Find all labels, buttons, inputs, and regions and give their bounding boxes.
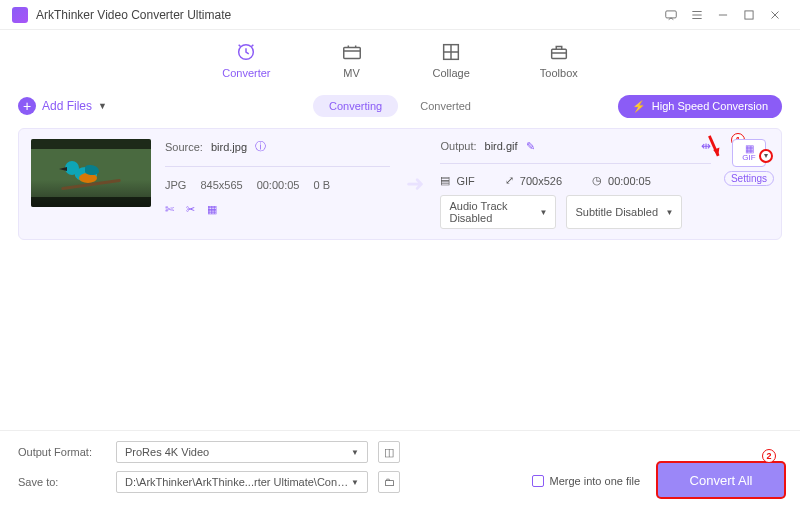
maximize-button[interactable] — [736, 2, 762, 28]
source-format: JPG — [165, 179, 186, 191]
tab-label: Toolbox — [540, 67, 578, 79]
chevron-down-icon: ▼ — [666, 208, 674, 217]
output-resolution: 700x526 — [520, 175, 562, 187]
chevron-down-icon: ▼ — [351, 448, 359, 457]
output-format: GIF — [456, 175, 474, 187]
plus-icon: + — [18, 97, 36, 115]
open-folder-icon[interactable]: 🗀 — [378, 471, 400, 493]
output-duration: 00:00:05 — [608, 175, 651, 187]
subtitle-select-value: Subtitle Disabled — [575, 206, 658, 218]
settings-button[interactable]: Settings — [724, 171, 774, 186]
arrow-icon: ➜ — [406, 171, 424, 197]
subtitle-select[interactable]: Subtitle Disabled▼ — [566, 195, 682, 229]
tab-converter[interactable]: Converter — [222, 41, 270, 79]
save-to-select[interactable]: D:\ArkThinker\ArkThinke...rter Ultimate\… — [116, 471, 368, 493]
close-button[interactable] — [762, 2, 788, 28]
titlebar: ArkThinker Video Converter Ultimate — [0, 0, 800, 30]
feedback-icon[interactable] — [658, 2, 684, 28]
format-badge-label: GIF — [742, 154, 755, 162]
app-window: ArkThinker Video Converter Ultimate Conv… — [0, 0, 800, 507]
output-column: Output: bird.gif ✎ ⇹ ▤GIF ⤢700x526 ◷00:0… — [440, 139, 711, 229]
expand-icon: ⤢ — [505, 174, 514, 187]
cut-icon[interactable]: ✂ — [186, 203, 195, 216]
output-format-select[interactable]: ProRes 4K Video ▼ — [116, 441, 368, 463]
film-icon: ▤ — [440, 174, 450, 187]
file-list: Source: bird.jpg ⓘ JPG 845x565 00:00:05 … — [0, 122, 800, 430]
mv-icon — [341, 41, 363, 63]
divider — [440, 163, 711, 164]
chevron-down-icon: ▼ — [98, 101, 107, 111]
tab-label: Converter — [222, 67, 270, 79]
audio-track-select[interactable]: Audio Track Disabled▼ — [440, 195, 556, 229]
chevron-down-icon: ▼ — [351, 478, 359, 487]
app-icon — [12, 7, 28, 23]
main-tabs: Converter MV Collage Toolbox — [0, 30, 800, 90]
file-item: Source: bird.jpg ⓘ JPG 845x565 00:00:05 … — [18, 128, 782, 240]
info-icon[interactable]: ⓘ — [255, 139, 266, 154]
edit-name-icon[interactable]: ✎ — [526, 140, 535, 153]
toolbox-icon — [548, 41, 570, 63]
audio-select-value: Audio Track Disabled — [449, 200, 539, 224]
tab-toolbox[interactable]: Toolbox — [540, 41, 578, 79]
source-duration: 00:00:05 — [257, 179, 300, 191]
add-files-button[interactable]: + Add Files ▼ — [18, 97, 107, 115]
high-speed-conversion-button[interactable]: ⚡ High Speed Conversion — [618, 95, 782, 118]
source-filename: bird.jpg — [211, 141, 247, 153]
annotation-badge-2: 2 — [762, 449, 776, 463]
lightning-icon: ⚡ — [632, 100, 646, 113]
edit-tools: ✄ ✂ ▦ — [165, 203, 390, 216]
footer: Output Format: ProRes 4K Video ▼ ◫ Save … — [0, 430, 800, 507]
svg-rect-3 — [343, 47, 360, 58]
tab-label: Collage — [433, 67, 470, 79]
output-format-value: ProRes 4K Video — [125, 446, 209, 458]
chevron-down-icon: ▼ — [540, 208, 548, 217]
format-box: 1 ▦ GIF ▾ Settings — [729, 139, 769, 229]
subtab-converting[interactable]: Converting — [313, 95, 398, 117]
source-size: 0 B — [313, 179, 330, 191]
subtab-converted[interactable]: Converted — [404, 95, 487, 117]
svg-rect-1 — [745, 10, 753, 18]
source-resolution: 845x565 — [200, 179, 242, 191]
menu-icon[interactable] — [684, 2, 710, 28]
source-column: Source: bird.jpg ⓘ JPG 845x565 00:00:05 … — [165, 139, 390, 229]
thumbnail[interactable] — [31, 139, 151, 207]
apply-all-icon[interactable]: ◫ — [378, 441, 400, 463]
output-format-label: Output Format: — [18, 446, 106, 458]
output-label: Output: — [440, 140, 476, 152]
merge-checkbox[interactable]: Merge into one file — [532, 475, 641, 487]
output-meta: ▤GIF ⤢700x526 ◷00:00:05 — [440, 174, 711, 187]
format-dropdown-icon[interactable]: ▾ — [759, 149, 773, 163]
clock-icon: ◷ — [592, 174, 602, 187]
collage-icon — [440, 41, 462, 63]
source-meta: JPG 845x565 00:00:05 0 B — [165, 179, 390, 191]
source-label: Source: — [165, 141, 203, 153]
tab-label: MV — [343, 67, 360, 79]
svg-rect-5 — [551, 49, 566, 58]
app-title: ArkThinker Video Converter Ultimate — [36, 8, 658, 22]
convert-wrap: 2 Convert All — [658, 463, 784, 497]
enhance-icon[interactable]: ▦ — [207, 203, 217, 216]
save-to-label: Save to: — [18, 476, 106, 488]
toolbar: + Add Files ▼ Converting Converted ⚡ Hig… — [0, 90, 800, 122]
checkbox-icon — [532, 475, 544, 487]
trim-icon[interactable]: ✄ — [165, 203, 174, 216]
tab-collage[interactable]: Collage — [433, 41, 470, 79]
divider — [165, 166, 390, 167]
svg-rect-0 — [666, 10, 677, 17]
convert-all-button[interactable]: Convert All — [658, 463, 784, 497]
converter-icon — [235, 41, 257, 63]
save-to-value: D:\ArkThinker\ArkThinke...rter Ultimate\… — [125, 476, 351, 488]
merge-label: Merge into one file — [550, 475, 641, 487]
subtabs: Converting Converted — [313, 95, 487, 117]
add-files-label: Add Files — [42, 99, 92, 113]
output-filename: bird.gif — [485, 140, 518, 152]
output-format-button[interactable]: ▦ GIF ▾ — [732, 139, 766, 167]
tab-mv[interactable]: MV — [341, 41, 363, 79]
minimize-button[interactable] — [710, 2, 736, 28]
hsc-label: High Speed Conversion — [652, 100, 768, 112]
